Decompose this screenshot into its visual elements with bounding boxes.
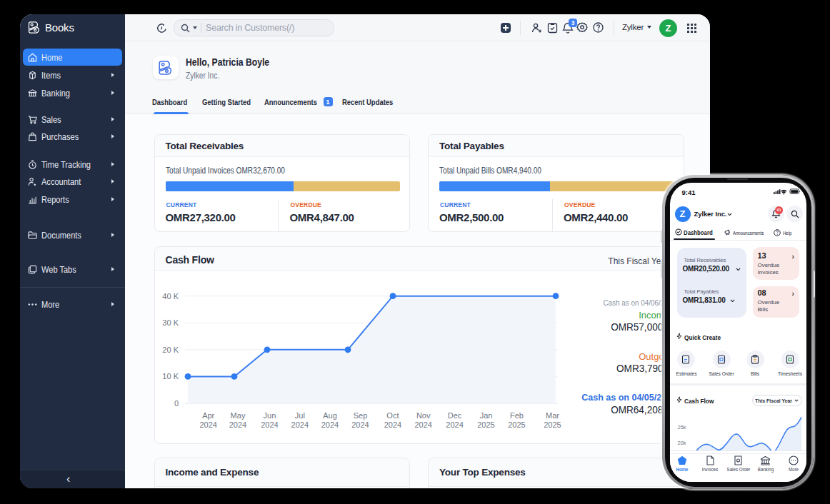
svg-text:2024: 2024 — [414, 420, 431, 429]
svg-text:2024: 2024 — [199, 420, 216, 429]
svg-text:0: 0 — [174, 399, 179, 408]
svg-text:2025: 2025 — [544, 420, 561, 429]
svg-text:2024: 2024 — [291, 420, 309, 429]
svg-text:2025: 2025 — [477, 420, 494, 429]
svg-text:10 K: 10 K — [162, 372, 179, 380]
svg-text:40 K: 40 K — [162, 292, 179, 301]
svg-text:Aug: Aug — [323, 411, 337, 420]
svg-text:Jan: Jan — [480, 411, 493, 420]
svg-text:2025: 2025 — [508, 420, 525, 429]
svg-text:20 K: 20 K — [162, 346, 179, 354]
svg-text:2024: 2024 — [446, 420, 463, 429]
svg-text:Jun: Jun — [264, 411, 276, 420]
svg-text:Nov: Nov — [416, 411, 431, 420]
svg-text:2024: 2024 — [321, 420, 339, 429]
svg-text:May: May — [231, 411, 246, 420]
svg-text:Mar: Mar — [546, 411, 559, 420]
svg-text:Oct: Oct — [386, 411, 399, 420]
svg-text:2024: 2024 — [261, 420, 278, 429]
svg-text:Jul: Jul — [295, 411, 305, 420]
svg-text:Apr: Apr — [202, 411, 214, 420]
svg-text:Dec: Dec — [448, 411, 462, 420]
svg-text:Sep: Sep — [354, 411, 368, 420]
svg-text:30 K: 30 K — [162, 318, 179, 327]
svg-text:2024: 2024 — [229, 420, 246, 429]
svg-text:Feb: Feb — [510, 411, 524, 420]
svg-text:2024: 2024 — [351, 420, 369, 429]
svg-text:2024: 2024 — [384, 420, 401, 429]
